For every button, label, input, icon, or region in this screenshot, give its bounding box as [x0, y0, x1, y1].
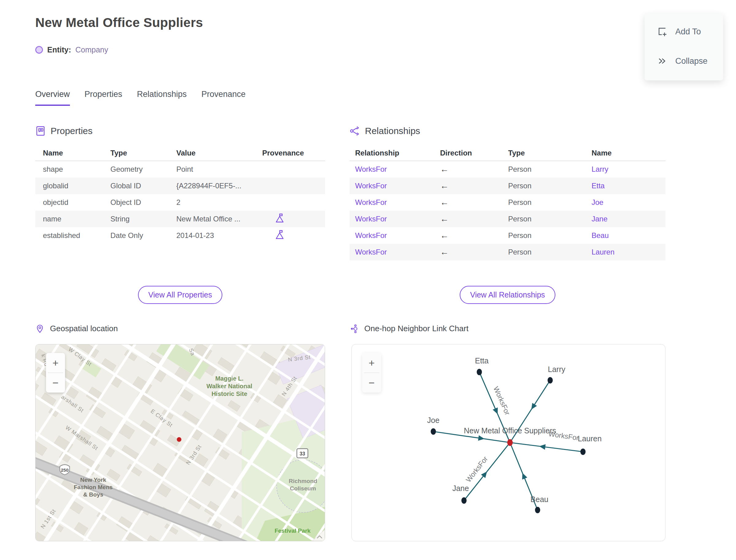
property-row: globalidGlobal ID{A228944F-0EF5-...	[35, 178, 325, 194]
map-zoom-in-button[interactable]: +	[46, 353, 65, 373]
relationships-table-header: RelationshipDirectionTypeName	[350, 145, 665, 161]
relationship-link[interactable]: WorksFor	[355, 165, 387, 173]
relationship-link[interactable]: WorksFor	[355, 231, 387, 240]
relationship-row: WorksFor←PersonJoe	[350, 194, 665, 211]
add-to-label: Add To	[675, 27, 701, 36]
property-name: shape	[35, 165, 103, 174]
linkchart-zoom-out-button[interactable]: −	[362, 373, 381, 393]
add-to-button[interactable]: Add To	[645, 21, 723, 42]
relationship-cell: WorksFor	[350, 231, 435, 240]
linkchart-zoom-in-button[interactable]: +	[362, 353, 381, 373]
edge-arrow	[539, 444, 546, 450]
provenance-flag-icon[interactable]	[275, 213, 284, 223]
node-beau[interactable]	[535, 507, 540, 513]
column-header: Type	[103, 149, 169, 157]
direction-cell: ←	[435, 231, 503, 240]
map-canvas[interactable]: 25033k RdW Clay StSaarshall StW Marshall…	[36, 344, 325, 541]
map-card: + − 25033k RdW Clay StSaarshall StW Mars…	[35, 344, 325, 541]
entity-row: Entity: Company	[35, 45, 108, 54]
entity-name-link[interactable]: Jane	[592, 215, 608, 223]
property-value: Point	[169, 165, 255, 174]
name-cell: Etta	[586, 182, 665, 190]
property-type: Global ID	[103, 182, 169, 190]
node-label: Larry	[548, 365, 565, 374]
relationship-link[interactable]: WorksFor	[355, 198, 387, 206]
page-title: New Metal Office Suppliers	[35, 15, 203, 30]
relationship-cell: WorksFor	[350, 198, 435, 207]
relationship-cell: WorksFor	[350, 165, 435, 174]
property-row: establishedDate Only2014-01-23	[35, 227, 325, 244]
entity-name-link[interactable]: Joe	[592, 198, 604, 206]
column-header: Provenance	[255, 149, 325, 157]
property-name: globalid	[35, 182, 103, 190]
relationship-row: WorksFor←PersonBeau	[350, 227, 665, 244]
property-value: New Metal Office ...	[169, 215, 255, 223]
node-joe[interactable]	[431, 428, 436, 435]
edge-lauren[interactable]	[510, 443, 583, 452]
property-row: objectidObject ID2	[35, 194, 325, 211]
column-header: Value	[169, 149, 255, 157]
property-row: nameStringNew Metal Office ...	[35, 211, 325, 227]
tab-provenance[interactable]: Provenance	[201, 90, 246, 106]
entity-type: Company	[75, 45, 108, 54]
entity-name-link[interactable]: Lauren	[592, 248, 615, 256]
property-provenance	[255, 213, 325, 225]
center-node-label: New Metal Office Suppliers	[464, 426, 556, 435]
entity-name-link[interactable]: Etta	[592, 182, 605, 190]
type-cell: Person	[503, 198, 586, 207]
tab-overview[interactable]: Overview	[35, 90, 70, 106]
collapse-label: Collapse	[675, 56, 707, 66]
column-header: Direction	[435, 149, 503, 157]
entity-name-link[interactable]: Larry	[592, 165, 608, 173]
property-row: shapeGeometryPoint	[35, 161, 325, 178]
highway-shield: 33	[297, 449, 308, 458]
relationship-link[interactable]: WorksFor	[355, 248, 387, 256]
node-label: Etta	[475, 356, 489, 365]
collapse-button[interactable]: Collapse	[645, 51, 723, 71]
edge-arrow	[478, 435, 485, 441]
relationship-row: WorksFor←PersonLarry	[350, 161, 665, 178]
relationship-link[interactable]: WorksFor	[355, 182, 387, 190]
relationship-link[interactable]: WorksFor	[355, 215, 387, 223]
type-cell: Person	[503, 165, 586, 174]
tab-relationships[interactable]: Relationships	[137, 90, 187, 106]
name-cell: Joe	[586, 198, 665, 207]
map-zoom-out-button[interactable]: −	[46, 373, 65, 393]
name-cell: Beau	[586, 231, 665, 240]
column-header: Name	[35, 149, 103, 157]
entity-location-marker[interactable]	[177, 437, 182, 442]
linkchart-zoom-control: + −	[362, 353, 381, 393]
node-etta[interactable]	[477, 369, 482, 375]
relationship-cell: WorksFor	[350, 182, 435, 190]
properties-table: shapeGeometryPointglobalidGlobal ID{A228…	[35, 161, 325, 244]
view-all-relationships-button[interactable]: View All Relationships	[460, 286, 555, 304]
node-center[interactable]	[507, 439, 513, 446]
edge-arrow	[531, 403, 537, 410]
property-value: 2014-01-23	[169, 231, 255, 240]
relationships-section: Relationships RelationshipDirectionTypeN…	[350, 126, 665, 260]
entity-name-link[interactable]: Beau	[592, 231, 609, 240]
node-lauren[interactable]	[581, 449, 586, 455]
edge-label: WorksFor	[492, 385, 512, 416]
relationship-cell: WorksFor	[350, 215, 435, 223]
direction-cell: ←	[435, 164, 503, 174]
linkchart-card: + − WorksForWorksForWorksForEttaLarryJoe…	[351, 344, 665, 541]
provenance-flag-icon[interactable]	[275, 230, 284, 240]
view-all-properties-button[interactable]: View All Properties	[138, 286, 223, 304]
relationship-row: WorksFor←PersonEtta	[350, 178, 665, 194]
svg-text:33: 33	[300, 451, 305, 456]
node-label: Jane	[452, 484, 469, 493]
linkchart-title: One-hop Neighbor Link Chart	[364, 324, 469, 333]
property-name: name	[35, 215, 103, 223]
node-larry[interactable]	[548, 377, 553, 384]
linkchart-canvas[interactable]: WorksForWorksForWorksForEttaLarryJoeLaur…	[352, 344, 665, 541]
node-jane[interactable]	[462, 497, 467, 504]
property-name: established	[35, 231, 103, 240]
relationships-title: Relationships	[365, 126, 420, 136]
property-value: {A228944F-0EF5-...	[169, 182, 255, 190]
direction-cell: ←	[435, 247, 503, 257]
property-type: Date Only	[103, 231, 169, 240]
tab-properties[interactable]: Properties	[85, 90, 122, 106]
property-provenance	[255, 230, 325, 242]
relationship-row: WorksFor←PersonJane	[350, 211, 665, 227]
